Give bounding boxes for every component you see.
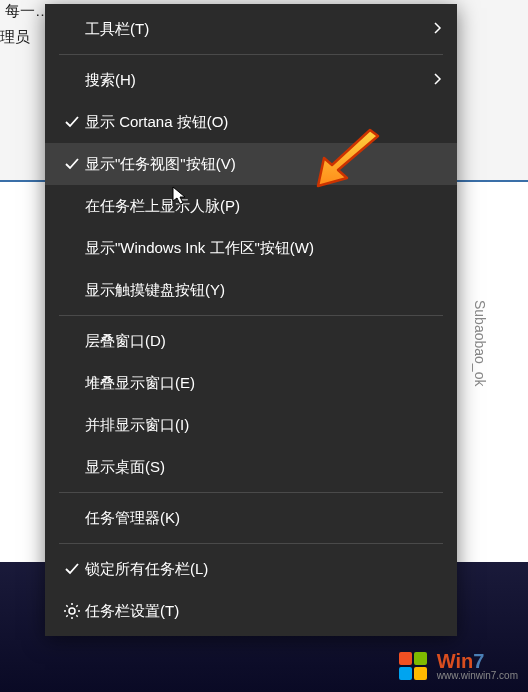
- win7-logo: Win7 www.winwin7.com: [395, 648, 518, 684]
- menu-item-side-by-side[interactable]: 并排显示窗口(I): [45, 404, 457, 446]
- watermark-text: Subaobao_ok: [472, 300, 488, 386]
- chevron-right-icon: [433, 21, 443, 38]
- menu-item-label: 任务管理器(K): [85, 509, 443, 528]
- menu-item-label: 显示触摸键盘按钮(Y): [85, 281, 443, 300]
- menu-separator: [59, 54, 443, 55]
- check-icon: [59, 114, 85, 130]
- logo-brand: Win7: [437, 651, 518, 671]
- menu-item-stack[interactable]: 堆叠显示窗口(E): [45, 362, 457, 404]
- check-icon: [59, 561, 85, 577]
- menu-item-label: 显示"Windows Ink 工作区"按钮(W): [85, 239, 443, 258]
- menu-item-label: 搜索(H): [85, 71, 433, 90]
- menu-item-label: 堆叠显示窗口(E): [85, 374, 443, 393]
- windows-flag-icon: [395, 648, 431, 684]
- menu-item-show-desktop[interactable]: 显示桌面(S): [45, 446, 457, 488]
- taskbar-context-menu: 工具栏(T) 搜索(H) 显示 Cortana 按钮(O) 显示"任务视图"按钮…: [45, 4, 457, 636]
- menu-separator: [59, 543, 443, 544]
- menu-item-cascade[interactable]: 层叠窗口(D): [45, 320, 457, 362]
- logo-url: www.winwin7.com: [437, 671, 518, 681]
- menu-item-label: 层叠窗口(D): [85, 332, 443, 351]
- menu-item-label: 工具栏(T): [85, 20, 433, 39]
- menu-item-label: 锁定所有任务栏(L): [85, 560, 443, 579]
- menu-item-label: 任务栏设置(T): [85, 602, 443, 621]
- menu-item-label: 在任务栏上显示人脉(P): [85, 197, 443, 216]
- menu-separator: [59, 315, 443, 316]
- svg-point-0: [69, 608, 75, 614]
- menu-item-task-manager[interactable]: 任务管理器(K): [45, 497, 457, 539]
- menu-item-label: 显示 Cortana 按钮(O): [85, 113, 443, 132]
- menu-item-search[interactable]: 搜索(H): [45, 59, 457, 101]
- menu-item-label: 并排显示窗口(I): [85, 416, 443, 435]
- menu-item-windows-ink[interactable]: 显示"Windows Ink 工作区"按钮(W): [45, 227, 457, 269]
- gear-icon: [59, 602, 85, 620]
- menu-item-toolbars[interactable]: 工具栏(T): [45, 8, 457, 50]
- menu-item-lock-taskbars[interactable]: 锁定所有任务栏(L): [45, 548, 457, 590]
- menu-item-label: 显示"任务视图"按钮(V): [85, 155, 443, 174]
- menu-item-cortana[interactable]: 显示 Cortana 按钮(O): [45, 101, 457, 143]
- menu-item-touch-keyboard[interactable]: 显示触摸键盘按钮(Y): [45, 269, 457, 311]
- menu-separator: [59, 492, 443, 493]
- menu-item-people[interactable]: 在任务栏上显示人脉(P): [45, 185, 457, 227]
- bg-text-line2: 理员: [0, 28, 30, 47]
- chevron-right-icon: [433, 72, 443, 89]
- check-icon: [59, 156, 85, 172]
- menu-item-label: 显示桌面(S): [85, 458, 443, 477]
- menu-item-taskbar-settings[interactable]: 任务栏设置(T): [45, 590, 457, 632]
- menu-item-task-view[interactable]: 显示"任务视图"按钮(V): [45, 143, 457, 185]
